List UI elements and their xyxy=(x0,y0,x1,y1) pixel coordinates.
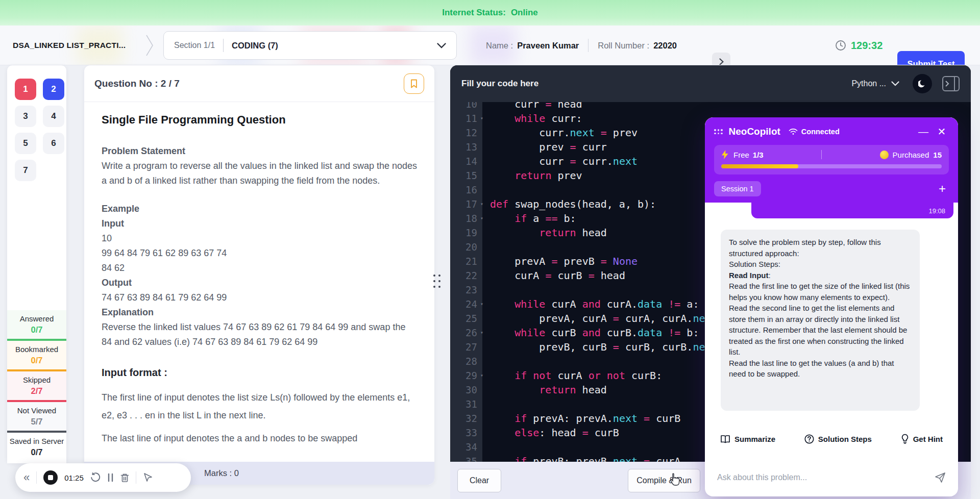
question-number-button[interactable]: 4 xyxy=(43,106,64,127)
assistant-message-line: Solution Steps: xyxy=(729,259,912,270)
breadcrumb-chevron-icon xyxy=(145,34,154,57)
line-number: 25 xyxy=(450,311,482,326)
editor-header: Fill your code here Python ... xyxy=(450,65,971,102)
fold-caret-icon[interactable]: ▾ xyxy=(480,197,483,211)
question-text: Problem Statement xyxy=(102,144,417,159)
send-icon[interactable] xyxy=(935,472,946,483)
book-icon xyxy=(720,435,730,443)
fold-caret-icon[interactable]: ▾ xyxy=(480,297,483,311)
legend-label: Answered xyxy=(20,314,54,323)
ask-problem-input[interactable] xyxy=(717,473,935,482)
pointer-tracking-toggle[interactable] xyxy=(143,472,153,483)
code-text: def swap_nodes(head, a, b): xyxy=(482,197,656,211)
free-count: 1/3 xyxy=(753,151,764,159)
internet-status-value: Online xyxy=(511,8,538,18)
question-text: The last line of input denotes the a and… xyxy=(102,430,417,447)
countdown-timer: 129:32 xyxy=(835,26,883,65)
question-panel: Question No : 2 / 7 Single File Programm… xyxy=(84,65,434,485)
delete-recording-button[interactable] xyxy=(120,473,129,483)
free-label: Free xyxy=(733,151,749,159)
line-number: 29▾ xyxy=(450,368,482,383)
question-number-button[interactable]: 3 xyxy=(15,106,36,127)
assistant-message-line: Read the second line to get the list ele… xyxy=(729,303,912,358)
session-tab[interactable]: Session 1 xyxy=(714,181,761,196)
code-text: else: head = curB xyxy=(482,426,619,440)
wifi-icon xyxy=(789,128,798,135)
code-text xyxy=(482,240,490,254)
code-text: while curB and curB.data != b: xyxy=(482,326,699,340)
name-label: Name : xyxy=(486,41,513,51)
stop-recording-button[interactable] xyxy=(43,470,58,485)
line-number: 31 xyxy=(450,397,482,411)
language-selector[interactable]: Python ... xyxy=(851,79,899,88)
panel-resize-handle[interactable] xyxy=(433,275,443,293)
solution-steps-button[interactable]: Solution Steps xyxy=(804,434,872,444)
code-text xyxy=(482,183,490,197)
line-number: 28 xyxy=(450,354,482,368)
fold-caret-icon[interactable]: ▾ xyxy=(480,326,483,340)
section-mode-label: CODING (7) xyxy=(232,41,278,51)
line-number: 24▾ xyxy=(450,297,482,311)
code-text: if prevA: prevA.next = curB xyxy=(482,411,680,426)
trash-icon xyxy=(120,473,129,483)
legend-label: Bookmarked xyxy=(15,345,58,354)
chevron-down-icon xyxy=(437,43,446,48)
language-value: Python ... xyxy=(851,79,886,88)
connection-status: Connected xyxy=(789,128,840,136)
drag-handle-icon[interactable] xyxy=(714,129,723,134)
moon-icon xyxy=(918,80,927,88)
question-number-button[interactable]: 5 xyxy=(15,133,36,154)
clear-button[interactable]: Clear xyxy=(457,469,501,492)
question-number-button[interactable]: 1 xyxy=(15,79,36,100)
collapse-recorder-button[interactable]: « xyxy=(23,471,30,484)
fold-caret-icon[interactable]: ▾ xyxy=(480,211,483,226)
question-palette: 1234567 Answered0/7Bookmarked0/7Skipped2… xyxy=(7,65,66,463)
line-number: 20 xyxy=(450,240,482,254)
question-text: Explanation xyxy=(102,305,417,320)
restart-recording-button[interactable] xyxy=(90,472,101,483)
mouse-cursor-icon xyxy=(669,473,681,486)
internet-status-label: Internet Status: xyxy=(442,8,506,18)
fold-caret-icon[interactable]: ▾ xyxy=(480,111,483,126)
pause-icon xyxy=(107,473,114,482)
new-session-button[interactable]: + xyxy=(939,182,949,196)
question-number-grid: 1234567 xyxy=(7,65,66,181)
code-text xyxy=(482,440,490,454)
code-text: if a == b: xyxy=(482,211,576,226)
header-collapse-button[interactable] xyxy=(712,53,730,65)
line-number: 23 xyxy=(450,283,482,297)
collapse-panel-button[interactable] xyxy=(942,76,960,91)
fold-caret-icon[interactable]: ▾ xyxy=(480,368,483,383)
code-text: curA = curB = head xyxy=(482,268,625,283)
question-number-button[interactable]: 7 xyxy=(15,160,36,181)
chevron-down-icon xyxy=(891,81,899,86)
legend-count: 0/7 xyxy=(31,447,43,457)
credits-card: Free 1/3 Purchased 15 xyxy=(714,145,949,174)
purchased-count: 15 xyxy=(933,151,942,159)
question-text: Input format : xyxy=(102,367,417,379)
credits-progress-fill xyxy=(721,164,798,168)
dark-mode-toggle[interactable] xyxy=(913,74,932,93)
copilot-input-row xyxy=(705,458,958,496)
code-text xyxy=(482,283,490,297)
legend-count: 5/7 xyxy=(31,417,43,427)
question-circle-icon xyxy=(804,434,814,444)
question-text: Output xyxy=(102,276,417,290)
summarize-button[interactable]: Summarize xyxy=(720,435,775,443)
lightbulb-icon xyxy=(901,434,909,444)
clock-icon xyxy=(835,40,846,51)
compile-run-button[interactable]: Compile & Run xyxy=(628,469,700,492)
question-text: Input xyxy=(102,216,417,231)
close-button[interactable]: ✕ xyxy=(935,126,949,138)
bookmark-button[interactable] xyxy=(404,73,424,94)
pause-recording-button[interactable] xyxy=(107,473,114,482)
get-hint-button[interactable]: Get Hint xyxy=(901,434,943,444)
line-number: 32 xyxy=(450,411,482,426)
name-value: Praveen Kumar xyxy=(517,41,579,51)
submit-test-button[interactable]: Submit Test xyxy=(897,51,965,65)
minimize-button[interactable]: — xyxy=(916,126,930,138)
question-number-button[interactable]: 6 xyxy=(43,133,64,154)
question-text: 74 67 63 89 84 61 79 62 64 99 xyxy=(102,290,417,305)
section-dropdown[interactable]: Section 1/1 CODING (7) xyxy=(163,31,457,60)
question-number-button[interactable]: 2 xyxy=(43,79,64,100)
